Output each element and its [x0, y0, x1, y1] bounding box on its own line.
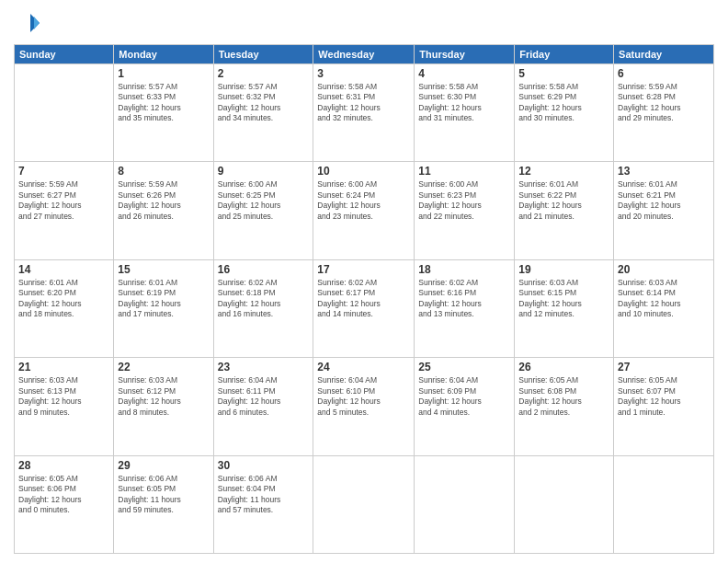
calendar-cell: 3Sunrise: 5:58 AM Sunset: 6:31 PM Daylig… — [313, 64, 415, 162]
calendar-cell: 5Sunrise: 5:58 AM Sunset: 6:29 PM Daylig… — [515, 64, 614, 162]
calendar-week-row: 1Sunrise: 5:57 AM Sunset: 6:33 PM Daylig… — [15, 64, 714, 162]
calendar-header-sunday: Sunday — [15, 45, 114, 64]
day-info: Sunrise: 5:57 AM Sunset: 6:32 PM Dayligh… — [218, 82, 310, 124]
calendar-cell — [415, 455, 515, 553]
day-info: Sunrise: 6:05 AM Sunset: 6:06 PM Dayligh… — [18, 474, 109, 516]
calendar-cell: 15Sunrise: 6:01 AM Sunset: 6:19 PM Dayli… — [114, 259, 213, 357]
calendar-table: SundayMondayTuesdayWednesdayThursdayFrid… — [14, 44, 714, 554]
day-number: 7 — [18, 165, 109, 178]
calendar-cell: 7Sunrise: 5:59 AM Sunset: 6:27 PM Daylig… — [15, 162, 114, 259]
calendar-cell: 13Sunrise: 6:01 AM Sunset: 6:21 PM Dayli… — [614, 162, 714, 259]
day-number: 22 — [118, 361, 209, 373]
page: SundayMondayTuesdayWednesdayThursdayFrid… — [0, 0, 728, 563]
day-info: Sunrise: 6:00 AM Sunset: 6:23 PM Dayligh… — [418, 179, 510, 222]
calendar-cell: 28Sunrise: 6:05 AM Sunset: 6:06 PM Dayli… — [15, 455, 114, 553]
calendar-cell: 1Sunrise: 5:57 AM Sunset: 6:33 PM Daylig… — [114, 64, 213, 162]
day-number: 29 — [118, 459, 209, 472]
calendar-cell: 22Sunrise: 6:03 AM Sunset: 6:12 PM Dayli… — [114, 358, 213, 455]
calendar-cell: 9Sunrise: 6:00 AM Sunset: 6:25 PM Daylig… — [213, 162, 313, 259]
day-info: Sunrise: 5:59 AM Sunset: 6:26 PM Dayligh… — [118, 179, 209, 222]
day-info: Sunrise: 6:00 AM Sunset: 6:24 PM Dayligh… — [317, 179, 410, 222]
day-info: Sunrise: 5:57 AM Sunset: 6:33 PM Dayligh… — [118, 82, 209, 124]
day-number: 19 — [518, 263, 609, 276]
calendar-header-row: SundayMondayTuesdayWednesdayThursdayFrid… — [15, 45, 714, 64]
day-number: 12 — [518, 165, 609, 178]
calendar-cell: 19Sunrise: 6:03 AM Sunset: 6:15 PM Dayli… — [515, 259, 614, 357]
calendar-header-saturday: Saturday — [614, 45, 714, 64]
day-number: 9 — [218, 165, 310, 178]
calendar-header-wednesday: Wednesday — [313, 45, 415, 64]
day-info: Sunrise: 6:00 AM Sunset: 6:25 PM Dayligh… — [218, 179, 310, 222]
day-info: Sunrise: 6:06 AM Sunset: 6:05 PM Dayligh… — [118, 474, 209, 516]
calendar-week-row: 28Sunrise: 6:05 AM Sunset: 6:06 PM Dayli… — [15, 455, 714, 553]
calendar-cell: 30Sunrise: 6:06 AM Sunset: 6:04 PM Dayli… — [213, 455, 313, 553]
day-info: Sunrise: 5:58 AM Sunset: 6:30 PM Dayligh… — [418, 82, 510, 124]
day-info: Sunrise: 6:01 AM Sunset: 6:21 PM Dayligh… — [618, 179, 710, 222]
calendar-week-row: 14Sunrise: 6:01 AM Sunset: 6:20 PM Dayli… — [15, 259, 714, 357]
day-info: Sunrise: 6:03 AM Sunset: 6:12 PM Dayligh… — [118, 375, 209, 418]
day-number: 17 — [317, 263, 410, 276]
calendar-cell: 25Sunrise: 6:04 AM Sunset: 6:09 PM Dayli… — [415, 358, 515, 455]
calendar-cell: 10Sunrise: 6:00 AM Sunset: 6:24 PM Dayli… — [313, 162, 415, 259]
calendar-cell: 29Sunrise: 6:06 AM Sunset: 6:05 PM Dayli… — [114, 455, 213, 553]
calendar-cell — [15, 64, 114, 162]
day-number: 5 — [518, 67, 609, 80]
calendar-cell — [515, 455, 614, 553]
day-number: 8 — [118, 165, 209, 178]
day-info: Sunrise: 6:01 AM Sunset: 6:22 PM Dayligh… — [518, 179, 609, 222]
calendar-week-row: 7Sunrise: 5:59 AM Sunset: 6:27 PM Daylig… — [15, 162, 714, 259]
day-number: 27 — [618, 361, 710, 373]
day-number: 13 — [618, 165, 710, 178]
day-info: Sunrise: 6:06 AM Sunset: 6:04 PM Dayligh… — [218, 474, 310, 516]
calendar-cell: 8Sunrise: 5:59 AM Sunset: 6:26 PM Daylig… — [114, 162, 213, 259]
day-number: 11 — [418, 165, 510, 178]
day-info: Sunrise: 5:58 AM Sunset: 6:29 PM Dayligh… — [518, 82, 609, 124]
calendar-cell — [313, 455, 415, 553]
day-number: 3 — [317, 67, 410, 80]
calendar-cell: 14Sunrise: 6:01 AM Sunset: 6:20 PM Dayli… — [15, 259, 114, 357]
logo — [14, 9, 43, 37]
calendar-cell: 6Sunrise: 5:59 AM Sunset: 6:28 PM Daylig… — [614, 64, 714, 162]
calendar-cell — [614, 455, 714, 553]
day-number: 15 — [118, 263, 209, 276]
day-number: 14 — [18, 263, 109, 276]
day-number: 18 — [418, 263, 510, 276]
calendar-header-tuesday: Tuesday — [213, 45, 313, 64]
day-number: 30 — [218, 459, 310, 472]
day-info: Sunrise: 6:01 AM Sunset: 6:20 PM Dayligh… — [18, 278, 109, 320]
calendar-cell: 17Sunrise: 6:02 AM Sunset: 6:17 PM Dayli… — [313, 259, 415, 357]
day-number: 25 — [418, 361, 510, 373]
day-number: 4 — [418, 67, 510, 80]
day-info: Sunrise: 6:02 AM Sunset: 6:17 PM Dayligh… — [317, 278, 410, 320]
day-info: Sunrise: 6:01 AM Sunset: 6:19 PM Dayligh… — [118, 278, 209, 320]
calendar-week-row: 21Sunrise: 6:03 AM Sunset: 6:13 PM Dayli… — [15, 358, 714, 455]
day-info: Sunrise: 6:03 AM Sunset: 6:15 PM Dayligh… — [518, 278, 609, 320]
calendar-cell: 12Sunrise: 6:01 AM Sunset: 6:22 PM Dayli… — [515, 162, 614, 259]
day-number: 28 — [18, 459, 109, 472]
day-info: Sunrise: 6:05 AM Sunset: 6:07 PM Dayligh… — [618, 375, 710, 418]
calendar-cell: 21Sunrise: 6:03 AM Sunset: 6:13 PM Dayli… — [15, 358, 114, 455]
day-number: 20 — [618, 263, 710, 276]
calendar-header-thursday: Thursday — [415, 45, 515, 64]
day-number: 10 — [317, 165, 410, 178]
calendar-cell: 26Sunrise: 6:05 AM Sunset: 6:08 PM Dayli… — [515, 358, 614, 455]
day-info: Sunrise: 6:04 AM Sunset: 6:09 PM Dayligh… — [418, 375, 510, 418]
day-number: 26 — [518, 361, 609, 373]
day-info: Sunrise: 6:05 AM Sunset: 6:08 PM Dayligh… — [518, 375, 609, 418]
day-number: 2 — [218, 67, 310, 80]
calendar-cell: 27Sunrise: 6:05 AM Sunset: 6:07 PM Dayli… — [614, 358, 714, 455]
calendar-cell: 24Sunrise: 6:04 AM Sunset: 6:10 PM Dayli… — [313, 358, 415, 455]
calendar-header-monday: Monday — [114, 45, 213, 64]
header — [14, 9, 714, 37]
calendar-cell: 23Sunrise: 6:04 AM Sunset: 6:11 PM Dayli… — [213, 358, 313, 455]
day-info: Sunrise: 6:03 AM Sunset: 6:14 PM Dayligh… — [618, 278, 710, 320]
calendar-cell: 4Sunrise: 5:58 AM Sunset: 6:30 PM Daylig… — [415, 64, 515, 162]
day-number: 1 — [118, 67, 209, 80]
day-info: Sunrise: 6:02 AM Sunset: 6:16 PM Dayligh… — [418, 278, 510, 320]
calendar-header-friday: Friday — [515, 45, 614, 64]
calendar-cell: 2Sunrise: 5:57 AM Sunset: 6:32 PM Daylig… — [213, 64, 313, 162]
day-info: Sunrise: 6:04 AM Sunset: 6:11 PM Dayligh… — [218, 375, 310, 418]
day-number: 6 — [618, 67, 710, 80]
calendar-cell: 18Sunrise: 6:02 AM Sunset: 6:16 PM Dayli… — [415, 259, 515, 357]
logo-icon — [14, 9, 41, 37]
